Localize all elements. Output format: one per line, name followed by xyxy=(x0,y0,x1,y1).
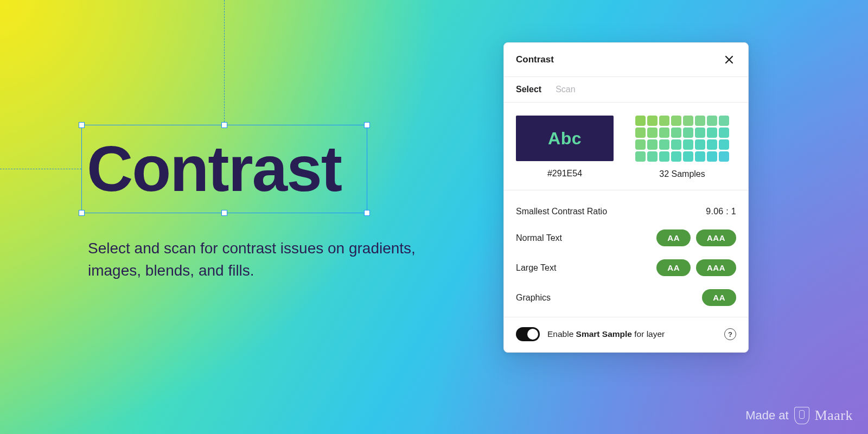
sample-cell[interactable] xyxy=(647,116,658,126)
wcag-badge: AA xyxy=(702,289,736,306)
panel-title: Contrast xyxy=(516,54,554,65)
help-button[interactable]: ? xyxy=(724,328,736,340)
contrast-panel: Contrast Select Scan Abc #291E54 32 Samp… xyxy=(503,42,749,353)
sample-cell[interactable] xyxy=(707,127,717,138)
tab-select[interactable]: Select xyxy=(516,85,541,94)
sample-cell[interactable] xyxy=(635,151,646,162)
resize-handle-top-right[interactable] xyxy=(364,122,370,128)
subheadline-text: Select and scan for contrast issues on g… xyxy=(88,238,424,282)
badge-group: AA xyxy=(702,289,736,306)
sample-cell[interactable] xyxy=(719,116,729,126)
metric-label: Graphics xyxy=(516,293,551,303)
panel-footer: Enable Smart Sample for layer ? xyxy=(504,317,748,352)
preview-row: Abc #291E54 32 Samples xyxy=(504,103,748,190)
wcag-badge: AA xyxy=(656,259,691,276)
samples-grid xyxy=(635,116,729,162)
sample-cell[interactable] xyxy=(695,116,705,126)
close-icon xyxy=(724,55,734,65)
resize-handle-top-middle[interactable] xyxy=(221,122,227,128)
sample-cell[interactable] xyxy=(635,139,646,150)
guide-vertical xyxy=(224,0,225,125)
sample-cell[interactable] xyxy=(647,139,658,150)
wcag-badge: AA xyxy=(656,229,691,246)
close-button[interactable] xyxy=(722,53,736,67)
crest-icon xyxy=(794,407,809,424)
panel-header: Contrast xyxy=(504,43,748,77)
sample-cell[interactable] xyxy=(707,151,717,162)
metric-row: Large TextAAAAA xyxy=(516,253,736,283)
sample-cell[interactable] xyxy=(635,127,646,138)
sample-cell[interactable] xyxy=(719,139,729,150)
sample-cell[interactable] xyxy=(659,139,669,150)
tab-scan[interactable]: Scan xyxy=(556,85,575,94)
wcag-badge: AAA xyxy=(696,229,736,246)
badge-group: AAAAA xyxy=(656,259,736,276)
sample-cell[interactable] xyxy=(695,127,705,138)
sample-cell[interactable] xyxy=(671,127,681,138)
sample-cell[interactable] xyxy=(647,127,658,138)
attribution: Made at Maark xyxy=(745,407,853,424)
wcag-badge: AAA xyxy=(696,259,736,276)
resize-handle-bottom-right[interactable] xyxy=(364,210,370,216)
metric-label: Normal Text xyxy=(516,233,562,243)
foreground-swatch[interactable]: Abc xyxy=(516,116,614,161)
sample-cell[interactable] xyxy=(683,151,693,162)
badge-group: AAAAA xyxy=(656,229,736,246)
metric-row: Normal TextAAAAA xyxy=(516,223,736,253)
guide-horizontal xyxy=(0,169,81,169)
samples-count-label: 32 Samples xyxy=(659,169,705,179)
sample-cell[interactable] xyxy=(647,151,658,162)
resize-handle-bottom-middle[interactable] xyxy=(221,210,227,216)
help-icon: ? xyxy=(728,330,732,339)
contrast-ratio-row: Smallest Contrast Ratio 9.06 : 1 xyxy=(516,200,736,223)
attribution-prefix: Made at xyxy=(745,409,789,423)
smart-sample-toggle[interactable] xyxy=(516,327,540,341)
sample-cell[interactable] xyxy=(683,116,693,126)
resize-handle-bottom-left[interactable] xyxy=(79,210,85,216)
metric-label: Large Text xyxy=(516,263,556,273)
sample-cell[interactable] xyxy=(695,139,705,150)
sample-cell[interactable] xyxy=(683,127,693,138)
sample-cell[interactable] xyxy=(659,116,669,126)
sample-cell[interactable] xyxy=(695,151,705,162)
panel-tabs: Select Scan xyxy=(504,77,748,103)
contrast-ratio-label: Smallest Contrast Ratio xyxy=(516,207,607,216)
attribution-brand: Maark xyxy=(815,407,853,424)
resize-handle-top-left[interactable] xyxy=(79,122,85,128)
contrast-ratio-value: 9.06 : 1 xyxy=(706,207,736,216)
sample-cell[interactable] xyxy=(635,116,646,126)
swatch-sample-text: Abc xyxy=(548,129,582,149)
sample-cell[interactable] xyxy=(671,116,681,126)
sample-cell[interactable] xyxy=(683,139,693,150)
sample-cell[interactable] xyxy=(707,139,717,150)
smart-sample-label: Enable Smart Sample for layer xyxy=(547,329,665,339)
design-canvas: Contrast Select and scan for contrast is… xyxy=(0,0,868,434)
foreground-swatch-column: Abc #291E54 xyxy=(516,116,614,178)
swatch-hex-label: #291E54 xyxy=(547,169,582,178)
selection-frame[interactable] xyxy=(81,125,367,213)
sample-cell[interactable] xyxy=(659,151,669,162)
sample-cell[interactable] xyxy=(707,116,717,126)
sample-cell[interactable] xyxy=(659,127,669,138)
background-samples-column: 32 Samples xyxy=(635,116,729,179)
metric-row: GraphicsAA xyxy=(516,283,736,312)
sample-cell[interactable] xyxy=(671,151,681,162)
metrics-section: Smallest Contrast Ratio 9.06 : 1 Normal … xyxy=(504,190,748,317)
sample-cell[interactable] xyxy=(719,151,729,162)
sample-cell[interactable] xyxy=(671,139,681,150)
sample-cell[interactable] xyxy=(719,127,729,138)
